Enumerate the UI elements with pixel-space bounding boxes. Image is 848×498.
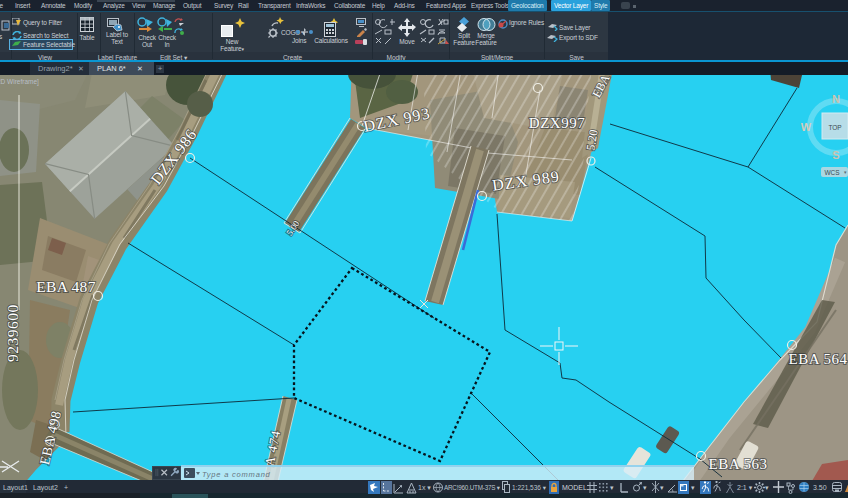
svg-text:EBA 564: EBA 564 (789, 351, 848, 367)
svg-text:TOP: TOP (828, 124, 841, 131)
svg-text:N: N (832, 93, 840, 105)
svg-text:S: S (832, 149, 839, 161)
svg-text:2D Wireframe]: 2D Wireframe] (0, 78, 39, 86)
svg-text:EBA 563: EBA 563 (709, 456, 768, 472)
svg-text:EBA 487: EBA 487 (36, 278, 95, 295)
svg-text:DZX997: DZX997 (529, 115, 585, 131)
svg-text:W: W (801, 121, 812, 133)
svg-text:WCS: WCS (824, 169, 840, 176)
svg-text:9239600: 9239600 (4, 304, 21, 362)
